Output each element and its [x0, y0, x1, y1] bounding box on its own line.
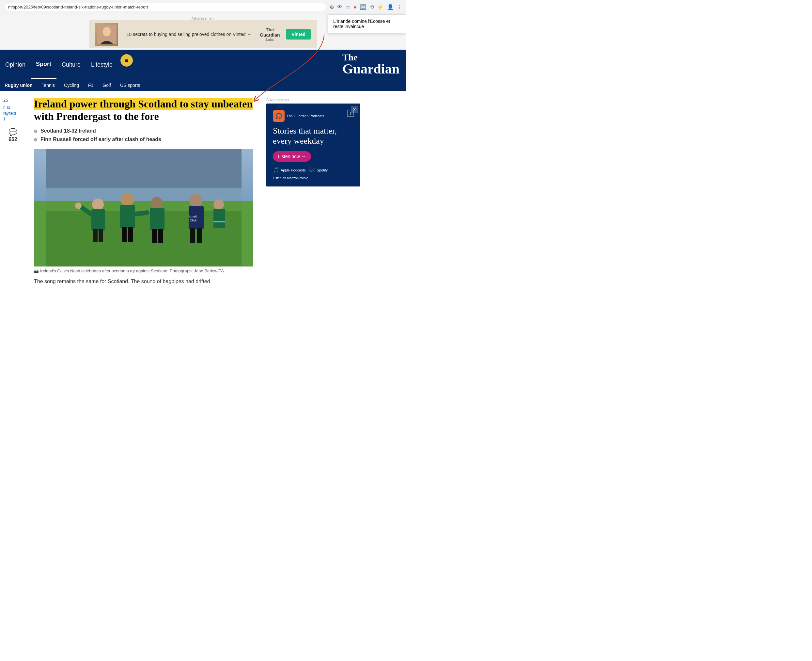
menu-icon: ≡ — [125, 57, 129, 64]
date-label: 25 — [3, 97, 22, 102]
cast-icon[interactable]: ⊕ — [330, 4, 334, 10]
translate-icon[interactable]: 🔤 — [360, 4, 366, 10]
ad-logo-block: The Guardian Labs — [260, 27, 280, 42]
svg-rect-13 — [120, 205, 135, 228]
listen-btn-label: Listen now → — [278, 154, 306, 159]
apple-podcasts-label: Apple Podcasts — [281, 168, 306, 172]
guardian-podcast-label: 🎧 The Guardian Podcasts — [273, 110, 325, 122]
article-image-container: Arnold Clark 📷 Ireland's Calvin Nash cel… — [34, 149, 253, 273]
nav-culture[interactable]: Culture — [56, 49, 86, 79]
ad-person-image — [95, 23, 118, 46]
nav-menu-button[interactable]: ≡ — [120, 54, 133, 67]
svg-rect-9 — [99, 229, 103, 242]
svg-rect-19 — [152, 229, 157, 243]
svg-rect-15 — [128, 227, 133, 242]
svg-rect-23 — [190, 228, 195, 243]
subnav-golf[interactable]: Golf — [98, 79, 116, 91]
apple-podcasts-logo: 🎵 Apple Podcasts — [273, 167, 306, 173]
subnav-rugby-union[interactable]: Rugby union — [0, 79, 37, 91]
svg-point-6 — [92, 198, 104, 210]
ad-text-block: 18 secrets to buying and selling prelove… — [125, 32, 253, 37]
podcast-ad-header: 🎧 The Guardian Podcasts i — [273, 110, 354, 122]
nav-links: Opinion Sport Culture Lifestyle ≡ — [0, 49, 135, 79]
nav-opinion[interactable]: Opinion — [0, 49, 31, 79]
article-title-highlighted: Ireland power through Scotland to stay u… — [34, 98, 253, 110]
bookmark-icon[interactable]: ☆ — [345, 4, 350, 10]
side-link-2[interactable]: rayfield — [3, 111, 22, 116]
svg-point-1 — [103, 27, 111, 36]
subnav-cycling[interactable]: Cycling — [59, 79, 84, 91]
side-link-1[interactable]: n at — [3, 105, 22, 110]
podcast-ad-title: Stories that matter, every weekday — [273, 126, 354, 146]
browser-icons: ⊕ 👁 ☆ ● 🔤 ⟲ ⚡ 👤 ⋮ — [330, 4, 402, 10]
comment-icon[interactable]: 💬 — [3, 128, 22, 137]
account-icon[interactable]: 👤 — [387, 4, 393, 10]
svg-point-17 — [151, 197, 162, 209]
svg-rect-7 — [91, 209, 105, 231]
svg-rect-30 — [46, 149, 242, 188]
podcast-brand: The Guardian Podcasts — [287, 114, 325, 118]
players-svg: Arnold Clark — [34, 149, 253, 267]
comment-count[interactable]: 652 — [3, 137, 22, 142]
rugby-image: Arnold Clark — [34, 149, 253, 267]
lightning-icon[interactable]: ⚡ — [377, 4, 384, 10]
svg-line-16 — [135, 212, 147, 214]
guardian-labs-logo: The Guardian Labs — [260, 27, 280, 42]
article-body-text: The song remains the same for Scotland. … — [34, 277, 253, 286]
left-sidebar: 25 n at rayfield T 💬 652 — [0, 91, 26, 292]
spotify-label: Spotify — [317, 168, 328, 172]
main-wrapper: 25 n at rayfield T 💬 652 Ireland power t… — [0, 91, 406, 292]
podcast-logos: 🎵 Apple Podcasts 🎶 Spotify Listen on ama… — [273, 167, 354, 180]
comment-section: 💬 652 — [3, 128, 22, 142]
bullet-item-2: Finn Russell forced off early after clas… — [34, 137, 253, 142]
amazon-music-logo: Listen on amazon music — [273, 176, 308, 180]
svg-rect-24 — [197, 228, 202, 243]
podcast-ad: ✕ 🎧 The Guardian Podcasts i Stories that… — [266, 104, 360, 187]
nav-sport[interactable]: Sport — [31, 49, 56, 79]
svg-rect-14 — [122, 227, 127, 242]
subnav-us-sports[interactable]: US sports — [116, 79, 145, 91]
bullet-points: Scotland 18-32 Ireland Finn Russell forc… — [34, 128, 253, 142]
bullet-dot-1 — [34, 130, 37, 133]
svg-rect-20 — [158, 229, 163, 243]
bullet-text-1: Scotland 18-32 Ireland — [40, 128, 96, 134]
camera-icon: 📷 — [34, 269, 39, 273]
article-title-rest: with Prendergast to the fore — [34, 110, 159, 122]
ad-body-text: 18 secrets to buying and selling prelove… — [127, 32, 252, 37]
article-title: Ireland power through Scotland to stay u… — [34, 97, 253, 123]
spotify-logo: 🎶 Spotify — [309, 167, 328, 173]
url-bar[interactable]: m/sport/2025/feb/09/scotland-ireland-six… — [4, 3, 327, 11]
amazon-label: Listen on amazon music — [273, 176, 308, 180]
bullet-dot-2 — [34, 138, 37, 141]
more-icon[interactable]: ⋮ — [397, 4, 402, 10]
share-icon[interactable]: ⟲ — [370, 4, 374, 10]
nav-lifestyle[interactable]: Lifestyle — [86, 49, 118, 79]
ad-close-button[interactable]: ✕ — [351, 106, 358, 113]
article-body: The song remains the same for Scotland. … — [34, 277, 253, 286]
subnav-f1[interactable]: F1 — [84, 79, 98, 91]
browser-bar: m/sport/2025/feb/09/scotland-ireland-six… — [0, 0, 406, 14]
bullet-text-2: Finn Russell forced off early after clas… — [40, 137, 161, 142]
tooltip-arrow — [295, 34, 360, 106]
svg-rect-29 — [213, 221, 225, 222]
svg-rect-28 — [213, 209, 225, 228]
svg-text:Arnold: Arnold — [189, 215, 197, 218]
right-sidebar: Advertisement ✕ 🎧 The Guardian Podcasts … — [261, 91, 366, 292]
image-caption: 📷 Ireland's Calvin Nash celebrates after… — [34, 268, 253, 273]
svg-text:Clark: Clark — [190, 219, 197, 222]
svg-rect-8 — [93, 229, 97, 242]
article-content: Ireland power through Scotland to stay u… — [26, 91, 261, 292]
subnav-tennis[interactable]: Tennis — [37, 79, 59, 91]
side-link-3[interactable]: T — [3, 117, 22, 121]
ad-content[interactable]: 18 secrets to buying and selling prelove… — [89, 20, 317, 48]
caption-text: Ireland's Calvin Nash celebrates after s… — [40, 268, 224, 273]
svg-point-27 — [213, 199, 224, 210]
page-container: m/sport/2025/feb/09/scotland-ireland-six… — [0, 0, 406, 292]
svg-rect-4 — [46, 201, 242, 211]
tooltip-text: L'Irlande domine l'Écosse et reste invai… — [333, 19, 390, 29]
tooltip-bubble: L'Irlande domine l'Écosse et reste invai… — [328, 14, 406, 33]
extension-icon[interactable]: ● — [353, 4, 357, 10]
listen-now-button[interactable]: Listen now → — [273, 151, 311, 162]
svg-point-11 — [75, 203, 81, 209]
eye-icon[interactable]: 👁 — [337, 4, 342, 10]
